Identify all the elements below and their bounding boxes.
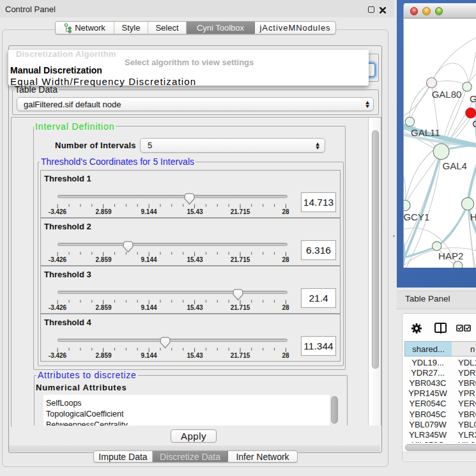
svg-text:GCY1: GCY1 — [403, 211, 429, 222]
svg-text:GAL11: GAL11 — [411, 127, 440, 138]
svg-text:HAP2: HAP2 — [438, 250, 463, 261]
svg-text:GAL80: GAL80 — [432, 89, 462, 100]
svg-text:GAL4: GAL4 — [443, 160, 467, 171]
svg-text:HA: HA — [470, 211, 476, 222]
svg-text:CY: CY — [472, 118, 476, 129]
svg-text:GA: GA — [470, 93, 476, 104]
